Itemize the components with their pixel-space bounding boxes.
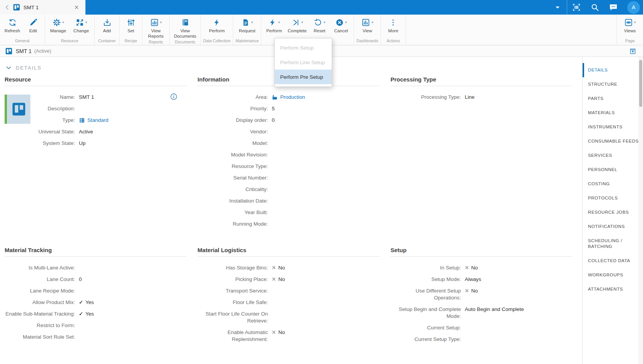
button-label: Reset — [314, 28, 325, 34]
nav-item-scheduling-batching[interactable]: SCHEDULING / BATCHING — [583, 234, 643, 254]
dropdown-caret-icon[interactable] — [554, 3, 561, 11]
popout-panel-icon[interactable] — [630, 48, 636, 55]
field-value-link[interactable]: Production — [272, 94, 379, 101]
nav-item-parts[interactable]: PARTS — [583, 91, 643, 106]
field-label: Allow Product Mix: — [5, 299, 79, 306]
top-bar: SMT 1 A — [0, 0, 643, 15]
chevron-down-icon: ▾ — [634, 20, 636, 24]
nav-item-resource-jobs[interactable]: RESOURCE JOBS — [583, 205, 643, 219]
check-icon: ✓ — [79, 311, 83, 317]
change-button[interactable]: ▾ Change — [70, 17, 93, 34]
field-lane-count: Lane Count: 0 — [5, 276, 187, 283]
tab-strip: SMT 1 — [0, 0, 85, 15]
view-dashboards-button[interactable]: ▾ View — [356, 17, 379, 34]
menu-item-perform-line-setup[interactable]: Perform Line Setup — [275, 55, 332, 70]
edit-button[interactable]: Edit — [23, 17, 43, 34]
details-section-label: DETAILS — [16, 65, 42, 71]
field-value: 0 — [272, 117, 379, 124]
panel-resource: Resource Name: SMT 1 Description: Type: — [5, 76, 187, 232]
nav-item-costing[interactable]: COSTING — [583, 177, 643, 191]
panel-information: Information Area: Production Priority: 5… — [197, 76, 379, 232]
scrollbar-thumb[interactable] — [639, 60, 642, 107]
view-documents-button[interactable]: View Documents — [171, 17, 199, 39]
chevron-down-icon: ▾ — [62, 20, 64, 24]
nav-item-workgroups[interactable]: WORKGROUPS — [583, 268, 643, 282]
manage-button[interactable]: ▾ Manage — [47, 17, 70, 34]
menu-item-perform-setup[interactable]: Perform Setup — [275, 40, 332, 55]
nav-item-instruments[interactable]: INSTRUMENTS — [583, 120, 643, 134]
set-button[interactable]: Set — [121, 17, 140, 34]
field-value: No — [278, 276, 285, 283]
perform-data-collection-button[interactable]: Perform — [205, 17, 229, 34]
field-value: Always — [465, 276, 573, 283]
field-label: Installation Date: — [197, 198, 272, 204]
nav-item-notifications[interactable]: NOTIFICATIONS — [583, 219, 643, 234]
toolbar-group-label: Data Collection — [201, 38, 233, 45]
field-setup-begin-complete-mode: Setup Begin and Complete Mode: Auto Begi… — [391, 306, 573, 320]
field-serial-number: Serial Number: — [197, 175, 379, 181]
field-type: Type: Standard — [5, 117, 187, 124]
nav-item-services[interactable]: SERVICES — [583, 148, 643, 163]
field-value: No — [471, 264, 478, 271]
cancel-button[interactable]: ▾ Cancel — [330, 17, 352, 34]
menu-item-perform-pre-setup[interactable]: Perform Pre Setup — [275, 70, 332, 84]
field-resource-type: Resource Type: — [197, 163, 379, 170]
button-label: Perform — [209, 28, 225, 34]
button-label: Edit — [29, 28, 37, 34]
user-avatar[interactable]: A — [627, 1, 640, 14]
reset-button[interactable]: ▾ Reset — [309, 17, 330, 34]
details-section-header[interactable]: DETAILS — [5, 65, 42, 71]
nav-item-consumable-feeds[interactable]: CONSUMABLE FEEDS — [583, 134, 643, 148]
field-label: Picking Place: — [197, 276, 272, 283]
field-value: No — [471, 288, 478, 294]
toolbar-group-maintenance: ▾ Request Maintenance — [233, 15, 261, 45]
panel-setup: Setup In Setup: ✕No Setup Mode: Always U… — [391, 247, 573, 347]
field-label: Priority: — [197, 105, 272, 112]
panel-material-logistics: Material Logistics Has Storage Bins: ✕No… — [197, 247, 379, 347]
field-description: Description: — [5, 105, 187, 112]
cross-icon: ✕ — [272, 276, 276, 283]
complete-button[interactable]: ▾ Complete — [285, 17, 309, 34]
details-content: Resource Name: SMT 1 Description: Type: — [5, 76, 573, 347]
field-value — [272, 209, 379, 216]
views-button[interactable]: ▾ Views — [618, 17, 641, 34]
nav-item-details[interactable]: DETAILS — [583, 63, 643, 77]
toolbar-group-label: Dashboards — [354, 38, 381, 45]
perform-button[interactable]: ▾ Perform — [263, 17, 285, 34]
nav-item-attachments[interactable]: ATTACHMENTS — [583, 282, 643, 296]
nav-item-personnel[interactable]: PERSONNEL — [583, 163, 643, 177]
resource-image-tile — [5, 95, 30, 124]
add-tray-icon — [103, 18, 112, 27]
field-restrict-to-form: Restrict to Form: — [5, 322, 187, 329]
field-label: Criticality: — [197, 186, 272, 193]
chevron-left-icon[interactable] — [4, 4, 11, 11]
nav-item-structure[interactable]: STRUCTURE — [583, 77, 643, 91]
more-button[interactable]: More — [382, 17, 404, 34]
reset-arrow-icon — [314, 18, 322, 27]
close-icon[interactable] — [74, 5, 79, 10]
panel-title: Material Logistics — [197, 247, 379, 257]
refresh-button[interactable]: Refresh — [2, 17, 23, 34]
lightning-icon — [212, 18, 221, 27]
info-icon[interactable] — [170, 93, 177, 100]
search-icon[interactable] — [590, 3, 600, 12]
field-label: Is Multi-Lane Active: — [5, 264, 79, 271]
request-button[interactable]: ▾ Request — [235, 17, 259, 34]
barcode-scanner-icon[interactable] — [572, 3, 581, 12]
button-label: View Reports — [145, 28, 167, 39]
field-value — [79, 322, 187, 329]
field-start-floor-life-counter: Start Floor Life Counter On Retrieve: — [197, 311, 379, 324]
nav-item-collected-data[interactable]: COLLECTED DATA — [583, 254, 643, 268]
panel-material-tracking: Material Tracking Is Multi-Lane Active: … — [5, 247, 187, 347]
scrollbar-track[interactable] — [638, 57, 643, 364]
button-label: Request — [239, 28, 256, 34]
view-reports-button[interactable]: ▾ View Reports — [144, 17, 168, 39]
add-button[interactable]: Add — [96, 17, 118, 34]
toolbar-group-label: Maintenance — [233, 38, 261, 45]
tab-smt1[interactable]: SMT 1 — [11, 0, 82, 15]
nav-item-materials[interactable]: MATERIALS — [583, 106, 643, 120]
field-lane-recipe-mode: Lane Recipe Mode: — [5, 288, 187, 294]
field-value-link[interactable]: Standard — [79, 117, 187, 124]
nav-item-protocols[interactable]: PROTOCOLS — [583, 191, 643, 205]
messages-icon[interactable] — [609, 3, 618, 12]
